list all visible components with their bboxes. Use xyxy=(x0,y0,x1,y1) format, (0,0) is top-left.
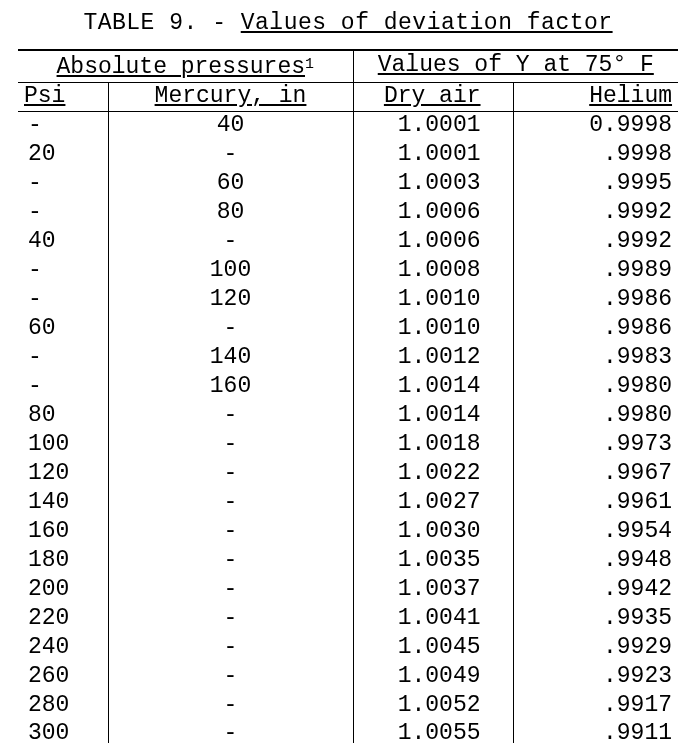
col-header-psi: Psi xyxy=(18,82,108,111)
cell-psi: - xyxy=(18,343,108,372)
cell-mercury: - xyxy=(108,459,353,488)
cell-dry-air: 1.0041 xyxy=(353,604,513,633)
cell-helium: .9992 xyxy=(513,198,678,227)
cell-dry-air: 1.0027 xyxy=(353,488,513,517)
cell-dry-air: 1.0001 xyxy=(353,111,513,140)
cell-helium: .9986 xyxy=(513,314,678,343)
cell-dry-air: 1.0018 xyxy=(353,430,513,459)
table-body: -401.00010.999820-1.0001.9998-601.0003.9… xyxy=(18,111,678,743)
cell-helium: .9935 xyxy=(513,604,678,633)
cell-dry-air: 1.0006 xyxy=(353,198,513,227)
cell-helium: .9917 xyxy=(513,691,678,720)
cell-helium: .9983 xyxy=(513,343,678,372)
cell-psi: 180 xyxy=(18,546,108,575)
table-row: -1201.0010.9986 xyxy=(18,285,678,314)
title-underlined: Values of deviation factor xyxy=(241,10,613,36)
cell-dry-air: 1.0037 xyxy=(353,575,513,604)
cell-helium: .9929 xyxy=(513,633,678,662)
table-row: 40-1.0006.9992 xyxy=(18,227,678,256)
group-header-yvalues: Values of Y at 75° F xyxy=(353,50,678,82)
column-header-row: Psi Mercury, in Dry air Helium xyxy=(18,82,678,111)
cell-helium: .9967 xyxy=(513,459,678,488)
table-row: 200-1.0037.9942 xyxy=(18,575,678,604)
table-row: 100-1.0018.9973 xyxy=(18,430,678,459)
table-row: -1001.0008.9989 xyxy=(18,256,678,285)
cell-psi: 280 xyxy=(18,691,108,720)
table-row: 220-1.0041.9935 xyxy=(18,604,678,633)
cell-mercury: 140 xyxy=(108,343,353,372)
table-row: 300-1.0055.9911 xyxy=(18,720,678,743)
cell-helium: 0.9998 xyxy=(513,111,678,140)
table-row: 240-1.0045.9929 xyxy=(18,633,678,662)
cell-psi: - xyxy=(18,372,108,401)
cell-psi: - xyxy=(18,285,108,314)
table-row: -601.0003.9995 xyxy=(18,169,678,198)
col-header-dryair: Dry air xyxy=(353,82,513,111)
cell-psi: 240 xyxy=(18,633,108,662)
deviation-factor-table: Absolute pressures1 Values of Y at 75° F… xyxy=(18,49,678,743)
cell-mercury: - xyxy=(108,140,353,169)
cell-psi: - xyxy=(18,169,108,198)
cell-dry-air: 1.0035 xyxy=(353,546,513,575)
cell-helium: .9998 xyxy=(513,140,678,169)
cell-mercury: - xyxy=(108,691,353,720)
table-row: 260-1.0049.9923 xyxy=(18,662,678,691)
cell-dry-air: 1.0006 xyxy=(353,227,513,256)
cell-mercury: - xyxy=(108,488,353,517)
table-row: 140-1.0027.9961 xyxy=(18,488,678,517)
cell-helium: .9942 xyxy=(513,575,678,604)
cell-mercury: - xyxy=(108,633,353,662)
title-prefix: TABLE 9. - xyxy=(83,10,240,36)
table-row: -401.00010.9998 xyxy=(18,111,678,140)
cell-psi: 260 xyxy=(18,662,108,691)
cell-mercury: - xyxy=(108,314,353,343)
cell-dry-air: 1.0001 xyxy=(353,140,513,169)
table-row: -801.0006.9992 xyxy=(18,198,678,227)
cell-dry-air: 1.0052 xyxy=(353,691,513,720)
cell-mercury: - xyxy=(108,662,353,691)
cell-dry-air: 1.0014 xyxy=(353,401,513,430)
cell-helium: .9992 xyxy=(513,227,678,256)
cell-dry-air: 1.0012 xyxy=(353,343,513,372)
group-header-pressures: Absolute pressures1 xyxy=(18,50,353,82)
cell-psi: 220 xyxy=(18,604,108,633)
cell-mercury: 80 xyxy=(108,198,353,227)
cell-psi: - xyxy=(18,111,108,140)
table-row: 60-1.0010.9986 xyxy=(18,314,678,343)
table-row: 120-1.0022.9967 xyxy=(18,459,678,488)
cell-mercury: - xyxy=(108,401,353,430)
col-header-mercury: Mercury, in xyxy=(108,82,353,111)
cell-mercury: 40 xyxy=(108,111,353,140)
cell-mercury: 120 xyxy=(108,285,353,314)
cell-dry-air: 1.0010 xyxy=(353,314,513,343)
cell-dry-air: 1.0022 xyxy=(353,459,513,488)
pressures-footnote: 1 xyxy=(305,56,314,72)
cell-psi: - xyxy=(18,198,108,227)
cell-helium: .9973 xyxy=(513,430,678,459)
cell-dry-air: 1.0055 xyxy=(353,720,513,743)
col-header-helium: Helium xyxy=(513,82,678,111)
cell-psi: 160 xyxy=(18,517,108,546)
yvalues-label: Values of Y at 75° F xyxy=(378,52,654,78)
cell-dry-air: 1.0003 xyxy=(353,169,513,198)
cell-dry-air: 1.0030 xyxy=(353,517,513,546)
cell-helium: .9911 xyxy=(513,720,678,743)
table-row: -1401.0012.9983 xyxy=(18,343,678,372)
cell-psi: - xyxy=(18,256,108,285)
table-row: -1601.0014.9980 xyxy=(18,372,678,401)
table-row: 280-1.0052.9917 xyxy=(18,691,678,720)
cell-helium: .9948 xyxy=(513,546,678,575)
table-row: 160-1.0030.9954 xyxy=(18,517,678,546)
cell-helium: .9995 xyxy=(513,169,678,198)
table-row: 20-1.0001.9998 xyxy=(18,140,678,169)
cell-psi: 120 xyxy=(18,459,108,488)
cell-helium: .9980 xyxy=(513,372,678,401)
cell-mercury: - xyxy=(108,517,353,546)
cell-helium: .9961 xyxy=(513,488,678,517)
cell-psi: 40 xyxy=(18,227,108,256)
cell-psi: 60 xyxy=(18,314,108,343)
table-title: TABLE 9. - Values of deviation factor xyxy=(18,12,678,35)
cell-dry-air: 1.0014 xyxy=(353,372,513,401)
pressures-label: Absolute pressures xyxy=(57,54,305,80)
cell-mercury: - xyxy=(108,430,353,459)
